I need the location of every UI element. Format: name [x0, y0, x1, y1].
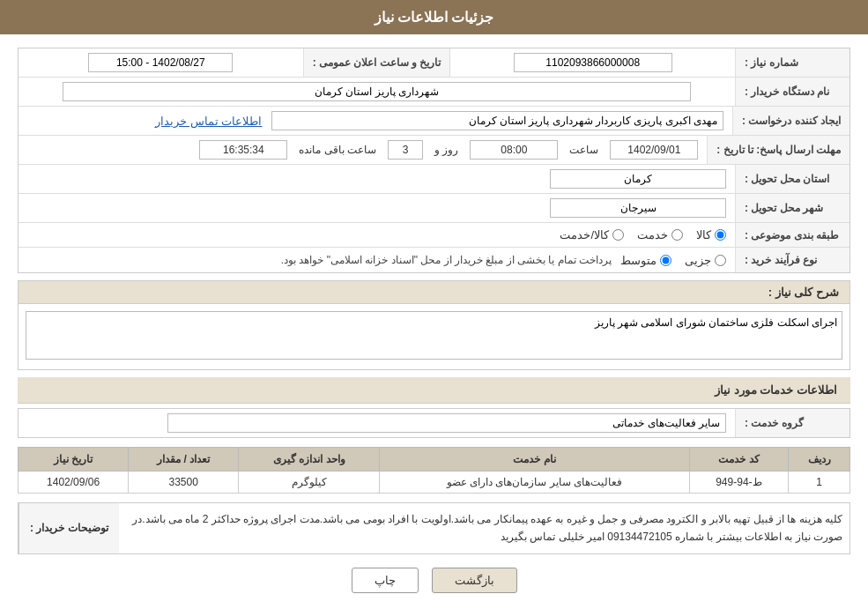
response-date: 1402/09/01 — [610, 140, 698, 160]
response-deadline-value: 1402/09/01 ساعت 08:00 روز و 3 ساعت باقی … — [19, 136, 707, 164]
back-button[interactable]: بازگشت — [432, 568, 517, 593]
delivery-province-label: استان محل تحویل : — [735, 165, 849, 193]
need-number-input[interactable] — [514, 53, 672, 72]
cell-quantity: 33500 — [129, 472, 239, 494]
response-days: 3 — [388, 140, 423, 160]
category-label: طبقه بندی موضوعی : — [735, 223, 849, 247]
services-table: ردیف کد خدمت نام خدمت واحد اندازه گیری ت… — [18, 447, 850, 494]
buyer-org-label: نام دستگاه خریدار : — [735, 78, 849, 106]
table-row: 1 ط-94-949 فعالیت‌های سایر سازمان‌های دا… — [19, 472, 850, 494]
buyer-notes-section: کلیه هزینه ها از قبیل تهیه بالابر و الکت… — [18, 502, 850, 554]
page-title: جزئیات اطلاعات نیاز — [375, 10, 494, 25]
page-header: جزئیات اطلاعات نیاز — [0, 0, 868, 34]
response-deadline-label: مهلت ارسال پاسخ: تا تاریخ : — [707, 136, 849, 164]
services-table-section: ردیف کد خدمت نام خدمت واحد اندازه گیری ت… — [18, 447, 850, 494]
radio-kala-khedmat[interactable]: کالا/خدمت — [560, 228, 624, 241]
purchase-type-note: پرداخت تمام یا بخشی از مبلغ خریدار از مح… — [281, 254, 612, 266]
announcement-date-input[interactable] — [88, 53, 233, 72]
delivery-city-input[interactable] — [550, 198, 726, 218]
radio-kala[interactable]: کالا — [696, 228, 726, 241]
creator-label: ایجاد کننده درخواست : — [732, 107, 849, 135]
need-number-value — [450, 48, 735, 77]
contact-info-link[interactable]: اطلاعات تماس خریدار — [155, 115, 262, 128]
col-unit: واحد اندازه گیری — [239, 448, 380, 472]
col-service-name: نام خدمت — [380, 448, 689, 472]
buyer-notes-text: کلیه هزینه ها از قبیل تهیه بالابر و الکت… — [132, 513, 842, 543]
category-value: کالا خدمت کالا/خدمت — [19, 223, 735, 247]
col-quantity: تعداد / مقدار — [129, 448, 239, 472]
response-time: 08:00 — [470, 140, 558, 160]
response-remaining-label: ساعت باقی مانده — [299, 144, 376, 156]
print-button[interactable]: چاپ — [352, 568, 419, 593]
buyer-notes-label: توضیحات خریدار : — [19, 503, 119, 553]
radio-motavasset[interactable]: متوسط — [620, 254, 671, 267]
cell-unit: کیلوگرم — [239, 472, 380, 494]
cell-row-num: 1 — [789, 472, 850, 494]
purchase-type-value: جزیی متوسط پرداخت تمام یا بخشی از مبلغ خ… — [19, 248, 735, 272]
radio-khedmat[interactable]: خدمت — [637, 228, 683, 241]
col-service-code: کد خدمت — [689, 448, 789, 472]
need-description-textarea[interactable]: اجرای اسکلت فلزی ساختمان شورای اسلامی شه… — [26, 311, 842, 360]
service-group-value — [19, 409, 735, 437]
services-section-title: اطلاعات خدمات مورد نیاز — [18, 377, 850, 404]
delivery-city-value — [19, 194, 735, 222]
delivery-province-input[interactable] — [550, 169, 726, 189]
response-remaining: 16:35:34 — [199, 140, 287, 160]
response-time-label: ساعت — [569, 144, 598, 156]
col-row-num: ردیف — [789, 448, 850, 472]
cell-service-name: فعالیت‌های سایر سازمان‌های دارای عضو — [380, 472, 689, 494]
delivery-city-label: شهر محل تحویل : — [735, 194, 849, 222]
cell-service-code: ط-94-949 — [689, 472, 789, 494]
button-row: بازگشت چاپ — [18, 568, 850, 593]
col-date: تاریخ نیاز — [19, 448, 129, 472]
need-description-section-label: شرح کلی نیاز : — [758, 281, 849, 303]
buyer-org-input[interactable] — [63, 82, 692, 101]
need-number-label: شماره نیاز : — [735, 48, 849, 77]
creator-value: اطلاعات تماس خریدار — [19, 107, 732, 135]
service-group-label: گروه خدمت : — [735, 409, 849, 437]
service-group-input[interactable] — [167, 413, 726, 433]
cell-date: 1402/09/06 — [19, 472, 129, 494]
buyer-notes-content: کلیه هزینه ها از قبیل تهیه بالابر و الکت… — [119, 503, 849, 553]
creator-input[interactable] — [271, 111, 724, 130]
delivery-province-value — [19, 165, 735, 193]
announcement-date-label: تاریخ و ساعت اعلان عمومی : — [303, 48, 451, 77]
announcement-date-value — [19, 48, 303, 77]
radio-jozi[interactable]: جزیی — [685, 254, 726, 267]
response-days-label: روز و — [434, 144, 458, 156]
purchase-type-label: نوع فرآیند خرید : — [735, 248, 849, 272]
buyer-org-value — [19, 78, 735, 106]
